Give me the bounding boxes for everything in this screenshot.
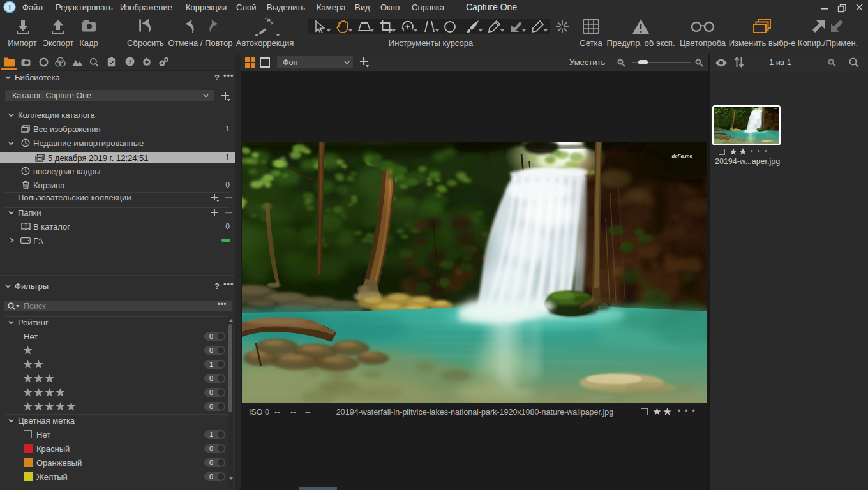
svg-text:1: 1 <box>8 3 12 12</box>
